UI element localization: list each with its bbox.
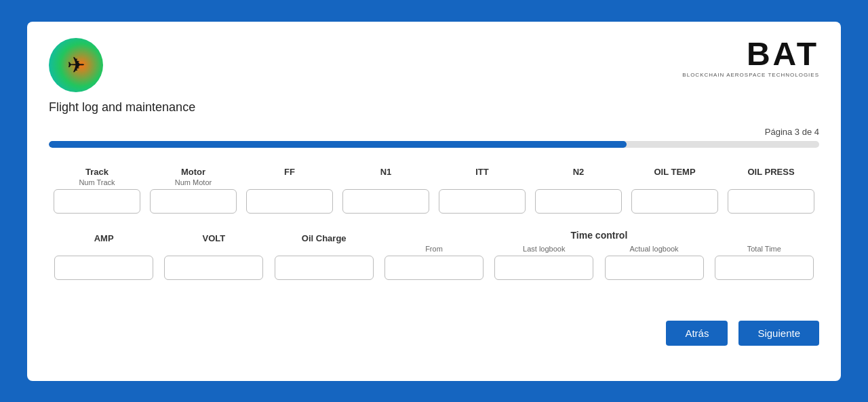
field-motor: Motor Num Motor <box>145 167 241 214</box>
footer-buttons: Atrás Siguiente <box>49 321 819 346</box>
field-oil-charge-label: Oil Charge <box>302 233 347 243</box>
progress-bar-fill <box>49 141 627 148</box>
motor-input[interactable] <box>150 189 237 214</box>
form-row-1: Track Num Track Motor Num Motor FF N1 IT <box>49 167 819 214</box>
field-n1: N1 <box>338 167 434 214</box>
app-title: Flight log and maintenance <box>49 100 195 115</box>
n2-input[interactable] <box>535 189 622 214</box>
form-row-2: AMP VOLT Oil Charge Time control From <box>49 230 819 280</box>
field-last-logbook: Last logbook <box>489 245 599 280</box>
plane-icon: ✈ <box>67 54 85 76</box>
field-oil-charge-sublabel <box>323 245 325 253</box>
amp-input[interactable] <box>54 256 153 280</box>
field-actual-logbook-sublabel: Actual logbook <box>629 245 678 253</box>
last-logbook-input[interactable] <box>494 256 593 280</box>
total-time-input[interactable] <box>715 256 814 280</box>
itt-input[interactable] <box>439 189 526 214</box>
field-oil-charge: Oil Charge <box>269 233 379 280</box>
time-control-group: Time control From Last logbook Actual lo… <box>379 230 819 280</box>
field-from-sublabel: From <box>425 245 443 253</box>
from-input[interactable] <box>384 256 484 280</box>
next-button[interactable]: Siguiente <box>738 321 819 346</box>
field-oil-press-sublabel <box>770 178 772 186</box>
oil-charge-input[interactable] <box>275 256 374 280</box>
field-oil-temp-sublabel <box>673 178 675 186</box>
field-amp-sublabel <box>103 245 105 253</box>
header: ✈ Flight log and maintenance BAT BLOCKCH… <box>49 38 819 115</box>
progress-bar-background <box>49 141 819 148</box>
progress-section: Página 3 de 4 <box>49 127 819 148</box>
field-from: From <box>379 245 489 280</box>
field-volt-label: VOLT <box>203 233 226 243</box>
main-card: ✈ Flight log and maintenance BAT BLOCKCH… <box>27 22 841 381</box>
field-itt-label: ITT <box>475 167 489 177</box>
oil-temp-input[interactable] <box>631 189 718 214</box>
bat-logo: BAT BLOCKCHAIN AEROSPACE TECHNOLOGIES <box>682 38 819 78</box>
field-oil-temp: OIL TEMP <box>627 167 723 214</box>
oil-press-input[interactable] <box>728 189 814 214</box>
field-n1-label: N1 <box>380 167 392 177</box>
time-control-fields: From Last logbook Actual logbook Total T… <box>379 245 819 280</box>
field-track-label: Track <box>85 167 108 177</box>
field-ff-sublabel <box>288 178 290 186</box>
field-amp-label: AMP <box>94 233 114 243</box>
field-total-time: Total Time <box>709 245 819 280</box>
back-button[interactable]: Atrás <box>666 321 728 346</box>
time-control-title: Time control <box>379 230 819 241</box>
field-ff: FF <box>241 167 338 214</box>
logo-circle: ✈ <box>49 38 103 92</box>
field-motor-label: Motor <box>181 167 205 177</box>
field-ff-label: FF <box>284 167 295 177</box>
field-n2-sublabel <box>577 178 579 186</box>
field-oil-press-label: OIL PRESS <box>747 167 794 177</box>
field-oil-temp-label: OIL TEMP <box>654 167 695 177</box>
field-oil-press: OIL PRESS <box>723 167 819 214</box>
field-volt-sublabel <box>213 245 215 253</box>
field-last-logbook-sublabel: Last logbook <box>523 245 565 253</box>
field-track: Track Num Track <box>49 167 145 214</box>
field-track-sublabel: Num Track <box>79 178 115 186</box>
page-info: Página 3 de 4 <box>765 127 819 137</box>
field-total-time-sublabel: Total Time <box>747 245 781 253</box>
field-n2-label: N2 <box>573 167 585 177</box>
ff-input[interactable] <box>246 189 333 214</box>
bat-logo-text: BAT <box>682 38 819 71</box>
field-itt-sublabel <box>481 178 483 186</box>
actual-logbook-input[interactable] <box>605 256 704 280</box>
field-n1-sublabel <box>384 178 387 186</box>
field-actual-logbook: Actual logbook <box>599 245 709 280</box>
bat-logo-subtitle: BLOCKCHAIN AEROSPACE TECHNOLOGIES <box>682 72 819 78</box>
field-n2: N2 <box>530 167 627 214</box>
n1-input[interactable] <box>342 189 429 214</box>
field-amp: AMP <box>49 233 159 280</box>
track-input[interactable] <box>54 189 140 214</box>
logo-area: ✈ Flight log and maintenance <box>49 38 195 115</box>
field-itt: ITT <box>434 167 530 214</box>
field-volt: VOLT <box>159 233 269 280</box>
volt-input[interactable] <box>164 256 263 280</box>
form-section: Track Num Track Motor Num Motor FF N1 IT <box>49 167 819 280</box>
field-motor-sublabel: Num Motor <box>175 178 212 186</box>
